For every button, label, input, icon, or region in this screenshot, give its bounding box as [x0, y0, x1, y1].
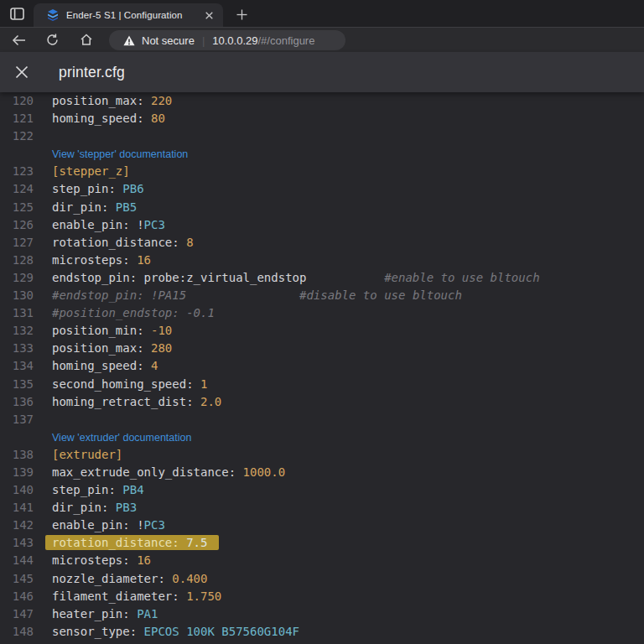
code-token: PB6	[122, 182, 143, 195]
code-text: position_max: 220	[52, 92, 172, 110]
line-number: 143	[0, 534, 34, 552]
code-token: 280	[151, 341, 172, 355]
line-number: 130	[0, 287, 34, 304]
line-number: 131	[0, 304, 34, 322]
doc-link[interactable]: View 'extruder' documentation	[52, 432, 191, 444]
code-text: nozzle_diameter: 0.400	[52, 570, 207, 588]
code-line[interactable]: 126enable_pin: !PC3	[0, 216, 644, 234]
url-path[interactable]: /#/configure	[257, 34, 314, 47]
line-number: 140	[0, 481, 34, 499]
code-line[interactable]: 132position_min: -10	[0, 322, 644, 340]
line-number: 134	[0, 357, 34, 375]
line-number: 147	[0, 605, 34, 623]
back-button[interactable]	[7, 29, 30, 51]
code-token: 220	[151, 94, 172, 107]
code-line[interactable]: 122	[0, 127, 644, 145]
code-line[interactable]: 128microsteps: 16	[0, 252, 644, 269]
code-text: endstop_pin: probe:z_virtual_endstop #en…	[52, 269, 540, 287]
tab-close-button[interactable]	[201, 8, 216, 23]
code-line[interactable]: 127rotation_distance: 8	[0, 234, 644, 252]
line-number: 144	[0, 552, 34, 569]
line-number: 133	[0, 340, 34, 357]
doc-link-row[interactable]: View 'extruder' documentation	[0, 428, 644, 446]
code-line[interactable]: 129endstop_pin: probe:z_virtual_endstop …	[0, 269, 644, 287]
code-line[interactable]: 138[extruder]	[0, 446, 644, 464]
code-line[interactable]: 145nozzle_diameter: 0.400	[0, 570, 644, 588]
code-token: microsteps:	[52, 553, 137, 567]
line-number: 123	[0, 163, 34, 180]
code-line[interactable]: 131#position_endstop: -0.1	[0, 304, 644, 322]
code-line[interactable]: 142enable_pin: !PC3	[0, 517, 644, 534]
not-secure-warning-icon[interactable]	[123, 35, 135, 46]
browser-tabstrip: Ender-5 S1 | Configuration	[0, 0, 644, 27]
code-token: dir_pin:	[52, 501, 116, 514]
code-token: position_max:	[52, 94, 151, 107]
code-text: #endstop_pin: !PA15 #disable to use blto…	[52, 287, 462, 304]
code-text: filament_diameter: 1.750	[52, 588, 221, 605]
code-line[interactable]: 148sensor_type: EPCOS 100K B57560G104F	[0, 623, 644, 641]
code-line[interactable]: 146filament_diameter: 1.750	[0, 588, 644, 605]
code-line[interactable]: 125dir_pin: PB5	[0, 199, 644, 216]
code-text: enable_pin: !PC3	[52, 517, 165, 534]
new-tab-button[interactable]	[233, 6, 250, 23]
line-number: 127	[0, 234, 34, 252]
line-number: 132	[0, 322, 34, 340]
vertical-tabs-icon	[10, 8, 24, 20]
code-token: PB5	[116, 200, 137, 214]
config-editor-header: printer.cfg	[0, 52, 644, 92]
code-token: endstop_pin: probe:z_virtual_endstop	[52, 271, 306, 284]
code-line[interactable]: 144microsteps: 16	[0, 552, 644, 569]
code-token: PC3	[144, 218, 165, 231]
code-line[interactable]: 147heater_pin: PA1	[0, 605, 644, 623]
code-line[interactable]: 121homing_speed: 80	[0, 110, 644, 127]
code-line[interactable]: 124step_pin: PB6	[0, 180, 644, 198]
code-token: 2.0	[200, 395, 221, 408]
code-line[interactable]: 141dir_pin: PB3	[0, 499, 644, 517]
code-line[interactable]: 134homing_speed: 4	[0, 357, 644, 375]
code-line[interactable]: 139max_extrude_only_distance: 1000.0	[0, 464, 644, 481]
code-line[interactable]: 120position_max: 220	[0, 92, 644, 110]
code-token: PA1	[137, 607, 158, 621]
code-line[interactable]: 143rotation_distance: 7.5	[0, 534, 644, 552]
code-area[interactable]: 120position_max: 220121homing_speed: 801…	[0, 92, 644, 644]
url-host[interactable]: 10.0.0.29	[212, 34, 257, 47]
line-number: 120	[0, 92, 34, 110]
code-token: 80	[151, 112, 165, 125]
code-line[interactable]: 137	[0, 411, 644, 428]
code-text: second_homing_speed: 1	[52, 376, 207, 393]
home-button[interactable]	[75, 29, 98, 51]
code-line[interactable]: 130#endstop_pin: !PA15 #disable to use b…	[0, 287, 644, 304]
code-line[interactable]: 123[stepper_z]	[0, 163, 644, 180]
doc-link[interactable]: View 'stepper' documentation	[52, 148, 188, 160]
address-bar[interactable]: Not secure | 10.0.0.29 /#/configure	[109, 30, 345, 50]
code-text: homing_retract_dist: 2.0	[52, 393, 221, 411]
browser-tab[interactable]: Ender-5 S1 | Configuration	[34, 3, 223, 27]
line-number: 121	[0, 110, 34, 127]
code-token: dir_pin:	[52, 200, 116, 214]
line-number: 139	[0, 464, 34, 481]
not-secure-label[interactable]: Not secure	[142, 34, 195, 47]
code-token: !	[137, 218, 143, 231]
code-token: -10	[151, 324, 172, 337]
doc-link-row[interactable]: View 'stepper' documentation	[0, 145, 644, 163]
reload-button[interactable]	[40, 29, 64, 51]
code-text: dir_pin: PB5	[52, 199, 137, 216]
line-number: 129	[0, 269, 34, 287]
tab-title: Ender-5 S1 | Configuration	[66, 10, 201, 20]
code-line[interactable]: 136homing_retract_dist: 2.0	[0, 393, 644, 411]
code-token: homing_speed:	[52, 359, 151, 372]
code-line[interactable]: 140step_pin: PB4	[0, 481, 644, 499]
code-line[interactable]: 133position_max: 280	[0, 340, 644, 357]
search-highlight: rotation_distance: 7.5	[45, 535, 219, 550]
code-line[interactable]: 135second_homing_speed: 1	[0, 376, 644, 393]
code-token: second_homing_speed:	[52, 377, 200, 391]
tab-actions-button[interactable]	[7, 4, 27, 23]
code-text: step_pin: PB6	[52, 180, 144, 198]
close-editor-button[interactable]	[11, 61, 33, 83]
line-number: 126	[0, 216, 34, 234]
browser-toolbar: Not secure | 10.0.0.29 /#/configure	[0, 27, 644, 52]
code-token: EPCOS 100K B57560G104F	[144, 625, 299, 638]
code-token: 1.750	[186, 589, 221, 603]
code-text: View 'extruder' documentation	[52, 428, 191, 446]
line-number: 138	[0, 446, 34, 464]
